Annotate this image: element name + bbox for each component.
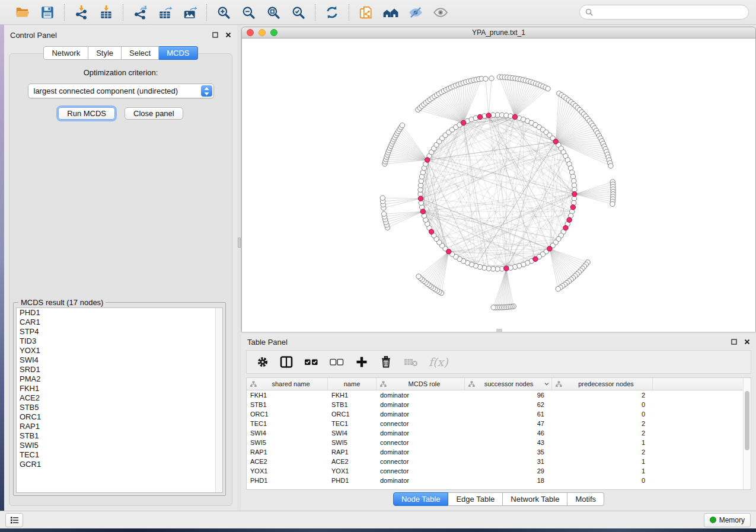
float-panel-icon[interactable] [731,339,737,345]
export-table-button[interactable] [157,4,173,21]
table-cell[interactable]: 2 [552,392,653,399]
table-cell[interactable]: dominator [377,401,465,408]
network-node[interactable] [556,286,560,291]
column-header-shared-name[interactable]: shared name [247,378,328,390]
save-session-button[interactable] [39,4,56,21]
tab-motifs[interactable]: Motifs [567,492,604,506]
table-cell[interactable]: ACE2 [247,458,328,465]
float-panel-icon[interactable] [212,32,218,38]
select-all-button[interactable] [304,355,319,369]
mcds-node[interactable] [446,249,451,254]
result-list-item[interactable]: YOX1 [17,346,222,355]
import-network-button[interactable] [73,4,90,21]
result-list-item[interactable]: STB1 [17,431,222,441]
network-node[interactable] [400,123,404,127]
canvas-divider-handle[interactable] [496,329,502,332]
table-cell[interactable]: 0 [552,477,653,484]
mcds-node[interactable] [425,158,430,162]
table-row[interactable]: TEC1TEC1connector472 [247,419,751,428]
table-cell[interactable]: ORC1 [247,411,328,418]
splitter-handle[interactable] [238,238,241,248]
table-cell[interactable]: PHD1 [328,477,377,484]
table-cell[interactable]: 1 [552,439,653,446]
mcds-node[interactable] [504,266,509,271]
tab-node-table[interactable]: Node Table [393,492,449,506]
result-list-item[interactable]: PHD1 [17,308,222,318]
table-cell[interactable]: FKH1 [328,392,377,399]
task-history-button[interactable] [5,513,23,527]
tab-edge-table[interactable]: Edge Table [448,492,503,506]
table-cell[interactable]: PHD1 [247,477,328,484]
result-list-item[interactable]: SWI5 [17,441,222,450]
column-header-predecessor-nodes[interactable]: predecessor nodes [552,378,653,390]
mcds-node[interactable] [461,120,465,125]
table-cell[interactable]: SWI5 [247,439,328,446]
table-cell[interactable]: 0 [552,411,653,418]
table-cell[interactable]: 46 [465,430,552,437]
table-cell[interactable]: dominator [377,392,465,399]
network-node[interactable] [380,196,385,200]
close-panel-button[interactable]: Close panel [125,107,183,120]
network-node[interactable] [489,76,494,81]
table-cell[interactable]: YOX1 [328,467,377,475]
table-row[interactable]: FKH1FKH1dominator962 [247,390,751,400]
table-cell[interactable]: STB1 [247,401,328,408]
result-list-item[interactable]: FKH1 [17,384,222,393]
table-scrollbar[interactable] [743,378,751,489]
table-cell[interactable]: dominator [377,477,465,484]
network-node[interactable] [491,305,496,310]
mcds-node[interactable] [429,229,433,234]
mcds-node[interactable] [570,205,575,210]
table-cell[interactable]: 2 [552,420,653,427]
result-list-item[interactable]: ORC1 [17,412,222,422]
network-node[interactable] [610,201,615,206]
table-cell[interactable]: 96 [465,392,552,399]
mcds-node[interactable] [486,113,491,118]
mcds-node[interactable] [567,217,572,222]
network-node[interactable] [546,86,550,91]
table-scrollbar-thumb[interactable] [745,391,749,450]
zoom-in-button[interactable] [215,4,232,21]
network-graph[interactable] [242,39,755,332]
refresh-view-button[interactable] [324,4,340,21]
result-list-item[interactable]: RAP1 [17,422,222,431]
delete-column-button[interactable] [379,355,393,369]
table-row[interactable]: PHD1PHD1dominator180 [247,476,751,485]
add-column-button[interactable] [355,355,369,369]
column-header-name[interactable]: name [328,378,377,390]
mcds-node[interactable] [477,114,482,119]
mcds-result-list[interactable]: PHD1CAR1STP4TID3YOX1SWI4SRD1PMA2FKH1ACE2… [16,307,223,493]
result-list-item[interactable]: STB5 [17,403,222,412]
window-minimize-light[interactable] [259,29,266,36]
table-cell[interactable]: 1 [552,467,653,475]
table-cell[interactable]: TEC1 [328,420,377,427]
zoom-out-button[interactable] [240,4,257,21]
table-cell[interactable]: RAP1 [328,448,377,456]
table-row[interactable]: SWI4SWI4dominator462 [247,428,751,438]
search-input[interactable] [579,5,749,20]
table-cell[interactable]: FKH1 [247,392,328,399]
result-list-item[interactable]: SWI4 [17,355,222,365]
tab-network-table[interactable]: Network Table [503,492,567,506]
show-all-button[interactable] [432,4,449,21]
table-cell[interactable]: 0 [552,401,653,408]
table-cell[interactable]: SWI5 [328,439,377,446]
table-cell[interactable]: dominator [377,430,465,437]
table-row[interactable]: ACE2ACE2connector311 [247,457,751,466]
network-node[interactable] [483,76,488,81]
table-cell[interactable]: YOX1 [247,467,328,475]
table-cell[interactable]: SWI4 [247,430,328,437]
table-settings-button[interactable] [256,355,269,368]
result-list-item[interactable]: PMA2 [17,374,222,384]
result-list-item[interactable]: TEC1 [17,450,222,460]
run-mcds-button[interactable]: Run MCDS [58,107,115,120]
table-cell[interactable]: dominator [377,411,465,418]
table-cell[interactable]: 47 [465,420,552,427]
table-cell[interactable]: 31 [465,458,552,465]
result-list-item[interactable]: CAR1 [17,318,222,327]
table-cell[interactable]: connector [377,458,465,465]
table-row[interactable]: RAP1RAP1dominator352 [247,447,751,457]
table-cell[interactable]: connector [377,420,465,427]
column-header-successor-nodes[interactable]: successor nodes [465,378,552,390]
toggle-columns-button[interactable] [279,355,294,369]
